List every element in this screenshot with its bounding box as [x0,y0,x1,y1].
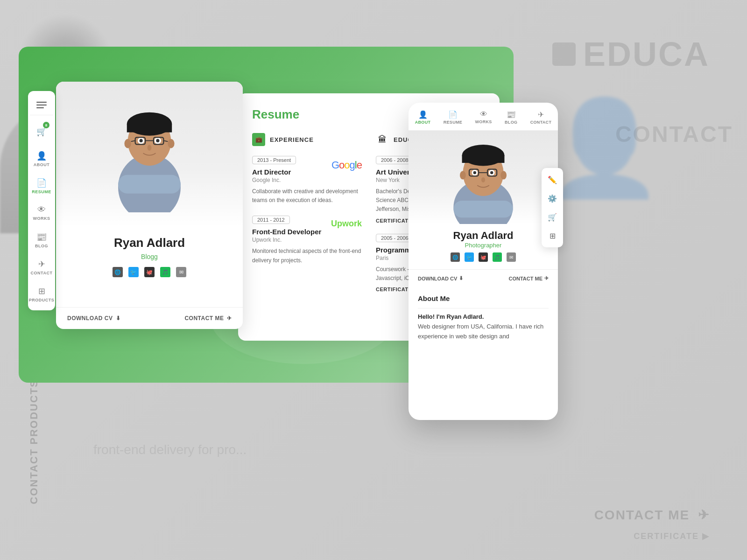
mobile-nav-blog[interactable]: 📰 BLOG [501,108,521,126]
mobile-resume-icon: 📄 [448,110,458,119]
experience-section: 💼 EXPERIENCE 2013 - Present Art Director… [252,133,362,302]
svg-point-17 [148,145,152,151]
education-icon: 🏛 [376,133,389,146]
mobile-works-icon: 👁 [480,110,487,119]
mobile-works-label: WORKS [475,119,492,124]
hamburger-line-1 [36,102,47,103]
mobile-send-icon: ✈ [544,275,549,281]
blog-label: BLOG [35,244,48,248]
edu-date-1: 2006 - 2008 [376,156,414,164]
profile-role: Blogg [141,253,158,260]
social-spotify[interactable]: 🎵 [160,267,170,277]
exp-title-1: Art Director [252,168,296,176]
mobile-profile-info: Ryan Adlard Photographer 🌐 🐦 🐙 🎵 ✉ [409,224,558,269]
mobile-footer: DOWNLOAD CV ⬇ CONTACT ME ✈ [409,269,558,287]
settings-icon[interactable]: ⚙️ [543,189,561,207]
mobile-resume-label: RESUME [444,120,462,125]
mobile-social-twitter[interactable]: 🐦 [465,252,474,262]
sidebar-item-about[interactable]: 👤 ABOUT [30,146,53,171]
sidebar-nav: 🛒 8 👤 ABOUT 📄 RESUME 👁 WORKS 📰 BLOG ✈ CO… [28,91,55,310]
sidebar-item-products[interactable]: ⊞ PRODUCTS [30,281,53,307]
mobile-social: 🌐 🐦 🐙 🎵 ✉ [418,252,549,262]
edu-date-2: 2005 - 2006 [376,234,414,242]
mobile-social-globe[interactable]: 🌐 [451,252,460,262]
edit-icon[interactable]: ✏️ [543,171,561,189]
bg-contact-sidebar: CONTACT PRODUCTS [28,379,40,504]
bg-contact-me: CONTACT ME ✈ [594,507,710,523]
mobile-blog-icon: 📰 [507,110,516,119]
mobile-about-text: Hello! I'm Ryan Adlard. Web designer fro… [418,312,549,341]
svg-rect-23 [462,155,505,163]
exp-date-1: 2013 - Present [252,156,296,164]
mobile-nav-contact[interactable]: ✈ CONTACT [527,108,555,126]
upwork-logo: Upwork [331,219,362,229]
products-label: PRODUCTS [29,298,55,302]
profile-card: Ryan Adlard Blogg 🌐 🐦 🐙 🎵 ✉ DOWNLOAD CV … [56,82,243,329]
mobile-contact-label: CONTACT [530,120,551,125]
mobile-social-spotify[interactable]: 🎵 [493,252,502,262]
sidebar-item-cart[interactable]: 🛒 8 [30,119,53,144]
svg-point-28 [473,171,476,174]
svg-point-25 [500,171,507,179]
mobile-divider [418,308,549,308]
mobile-hero [409,131,558,224]
mobile-nav-resume[interactable]: 📄 RESUME [440,108,466,126]
sidebar-item-blog[interactable]: 📰 BLOG [30,227,53,252]
profile-social: 🌐 🐦 🐙 🎵 ✉ [113,267,186,277]
bg-contact-top: CONTACT [615,121,733,147]
experience-icon: 💼 [252,133,265,146]
svg-point-29 [490,171,493,174]
sidebar-item-resume[interactable]: 📄 RESUME [30,173,53,198]
profile-name: Ryan Adlard [114,236,185,250]
svg-rect-5 [127,124,172,133]
right-panel-icons: ✏️ ⚙️ 🛒 ⊞ [542,168,563,247]
works-label: WORKS [33,216,50,221]
exp-company-2: Upwork Inc. [252,237,321,243]
menu-button[interactable] [30,95,53,115]
social-email[interactable]: ✉ [176,267,186,277]
cart-badge: 8 [43,122,49,128]
about-label: ABOUT [34,162,50,167]
about-icon: 👤 [36,151,47,161]
exp-desc-2: Monitored technical aspects of the front… [252,247,362,265]
social-twitter[interactable]: 🐦 [128,267,139,277]
mobile-social-github[interactable]: 🐙 [479,252,488,262]
grid-icon[interactable]: ⊞ [543,227,561,245]
bg-front-end-text: front-end delivery for pro... [93,442,247,457]
social-github[interactable]: 🐙 [144,267,155,277]
sidebar-item-works[interactable]: 👁 WORKS [30,200,53,225]
contact-label: CONTACT [31,271,53,275]
svg-point-11 [156,139,159,142]
exp-title-2: Front-End Developer [252,228,321,236]
resume-icon: 📄 [36,178,47,188]
resume-label: RESUME [32,189,51,194]
svg-rect-1 [118,175,181,194]
mobile-blog-label: BLOG [505,120,517,125]
exp-date-2: 2011 - 2012 [252,216,290,224]
mobile-contact-icon: ✈ [538,110,544,119]
contact-me-button[interactable]: CONTACT ME ✈ [184,315,232,322]
mobile-download-cv[interactable]: DOWNLOAD CV ⬇ [418,275,463,281]
cart-panel-icon[interactable]: 🛒 [543,208,561,226]
download-cv-button[interactable]: DOWNLOAD CV ⬇ [67,315,120,322]
profile-avatar-svg [107,96,191,212]
google-logo: Google [331,159,362,171]
profile-card-info: Ryan Adlard Blogg 🌐 🐦 🐙 🎵 ✉ [103,226,196,307]
mobile-social-email[interactable]: ✉ [507,252,516,262]
resume-title-rest: esume [261,107,299,121]
send-icon: ✈ [227,315,232,322]
bg-edu-text: EDUCA [552,35,710,73]
mobile-about-title: About Me [418,294,549,302]
mobile-nav-about[interactable]: 👤 ABOUT [411,108,435,126]
svg-point-24 [460,171,466,179]
mobile-profile-name: Ryan Adlard [418,230,549,242]
svg-point-6 [124,139,131,148]
download-icon: ⬇ [116,315,121,322]
mobile-nav-works[interactable]: 👁 WORKS [472,108,496,126]
sidebar-item-contact[interactable]: ✈ CONTACT [30,254,53,280]
svg-point-10 [140,139,143,142]
social-globe[interactable]: 🌐 [113,267,123,277]
mobile-avatar-svg [437,131,530,224]
contact-icon: ✈ [38,259,45,269]
mobile-contact-me[interactable]: CONTACT ME ✈ [508,275,549,281]
